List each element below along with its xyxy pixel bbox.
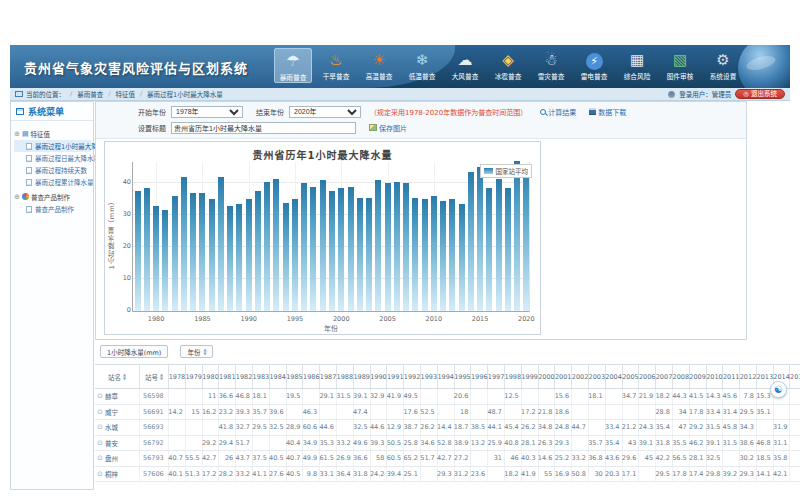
value-cell-1985: 40.5 [287, 467, 304, 482]
sidebar-group-characteristic-values[interactable]: ⊕ ▤ 特征值 [14, 127, 91, 140]
value-cell-2015 [790, 467, 800, 482]
value-cell-2002 [572, 436, 589, 451]
nav-item-lightning-survey[interactable]: ⚡雷电普查 [575, 48, 613, 83]
header-year-1981: 1981 [219, 365, 236, 388]
sort-arrows-icon[interactable]: ▲▼ [123, 373, 126, 380]
breadcrumb-item-1[interactable]: 暴雨普查 [77, 89, 103, 99]
chart-plot: 0102030401980198519901995200020052010201… [132, 162, 530, 312]
nav-item-rainstorm-survey[interactable]: ☂暴雨普查 [274, 48, 312, 83]
header-station-name[interactable]: 站名▲▼ [95, 365, 140, 388]
value-cell-1999: 40.3 [522, 451, 539, 466]
table-row-57606[interactable]: ⊙桐梓5760640.151.317.228.233.241.127.640.5… [95, 467, 800, 483]
header-station-id[interactable]: 站号▲▼ [140, 365, 169, 388]
value-cell-1999: 41.9 [522, 467, 539, 482]
sidebar-item-duration-days[interactable]: 暴雨过程持续天数 [14, 164, 91, 176]
value-cell-2011: 45.8 [723, 420, 740, 435]
value-cell-1994: 14.4 [438, 420, 455, 435]
table-row-56691[interactable]: ⊙威宁5669114.21516.223.239.335.739.646.347… [95, 405, 800, 421]
table-row-56693[interactable]: ⊙水城5669341.832.729.532.528.960.644.632.5… [95, 420, 800, 436]
value-cell-1992: 49.5 [404, 389, 421, 404]
hail-survey-icon: ◈ [498, 51, 518, 70]
header-year-1983: 1983 [253, 365, 270, 388]
sidebar-group-product-making[interactable]: ⊕ 普查产品制作 [14, 190, 91, 203]
value-cell-1999: 28.1 [522, 436, 539, 451]
sidebar-item-1h-max-precip[interactable]: 暴雨过程1小时最大降水量 [14, 140, 91, 152]
download-data-button[interactable]: 数据下载 [589, 107, 626, 117]
value-cell-2014: 35.8 [774, 451, 791, 466]
value-cell-1987 [320, 405, 337, 420]
value-cell-2008: 17.8 [673, 467, 690, 482]
row-select-radio[interactable]: ⊙ [97, 439, 103, 447]
table-row-56793[interactable]: ⊙盘州5679340.755.542.72643.737.540.540.749… [95, 451, 800, 467]
value-cell-1995: 38.9 [455, 436, 472, 451]
value-cell-1986: 9.8 [303, 467, 320, 482]
user-icon [668, 91, 675, 98]
nav-item-map-review[interactable]: ▧图件审核 [661, 48, 699, 83]
x-tick-label: 2015 [472, 315, 489, 323]
nav-item-hail-survey[interactable]: ◈冰雹普查 [489, 48, 527, 83]
sidebar-item-accumulated-precip[interactable]: 暴雨过程累计降水量 [14, 176, 91, 188]
sidebar-item-product-making[interactable]: 普查产品制作 [14, 203, 91, 215]
header-year-1994: 1994 [438, 365, 455, 388]
logout-button[interactable]: ◎退出系统 [735, 89, 785, 99]
bar-2008 [412, 198, 418, 311]
x-tick-label: 1990 [240, 315, 257, 323]
nav-item-wind-survey[interactable]: ☁大风普查 [446, 48, 484, 83]
table-row-56598[interactable]: ⊙赫章565981136.646.818.119.529.131.539.132… [95, 389, 800, 405]
header-year-1995: 1995 [455, 365, 472, 388]
value-cell-1996: 38.5 [471, 420, 488, 435]
value-filter-chip[interactable]: 1小时降水量(mm) [100, 345, 168, 358]
header-year-2015: 2015 [790, 365, 800, 388]
chart-title-input[interactable] [171, 122, 356, 134]
start-year-select[interactable]: 1978年 [171, 106, 243, 118]
nav-item-drought-survey[interactable]: ♨干旱普查 [317, 48, 355, 83]
value-cell-2004 [606, 389, 623, 404]
table-area: 1小时降水量(mm) 年份▲▼ 站名▲▼站号▲▼1978197919801981… [95, 341, 800, 490]
value-cell-2015 [790, 436, 800, 451]
value-cell-1988: 33.2 [337, 436, 354, 451]
nav-item-high-temp-survey[interactable]: ☀高温普查 [360, 48, 398, 83]
value-cell-1998: 12.5 [505, 389, 522, 404]
sort-arrows-icon[interactable]: ▲▼ [160, 373, 163, 380]
value-cell-2006: 24.3 [639, 420, 656, 435]
value-cell-1992: 65.2 [404, 451, 421, 466]
value-cell-2006: 39.1 [639, 436, 656, 451]
calculate-button[interactable]: 计算结果 [540, 107, 576, 117]
row-select-radio[interactable]: ⊙ [97, 392, 103, 400]
table-row-56792[interactable]: ⊙普安5679229.229.451.740.434.935.333.249.6… [95, 436, 800, 452]
bar-2009 [422, 199, 428, 311]
breadcrumb-item-2[interactable]: 特征值 [115, 89, 135, 99]
value-cell-1994: 42.7 [438, 451, 455, 466]
floating-weather-widget-icon[interactable]: ☯ [770, 381, 787, 398]
data-table: 站名▲▼站号▲▼19781979198019811982198319841985… [95, 364, 800, 482]
value-cell-2002 [572, 405, 589, 420]
year-sort-chip[interactable]: 年份▲▼ [180, 345, 213, 358]
nav-item-comprehensive-risk[interactable]: ▦综合风险 [618, 48, 656, 83]
row-select-radio[interactable]: ⊙ [97, 454, 103, 462]
value-cell-2005: 29.6 [623, 451, 640, 466]
header-year-2008: 2008 [673, 365, 690, 388]
page-icon [26, 206, 32, 213]
value-cell-1994 [438, 389, 455, 404]
sort-arrows-icon[interactable]: ▲▼ [203, 348, 206, 355]
low-temp-survey-icon: ❄ [412, 51, 432, 70]
row-select-radio[interactable]: ⊙ [97, 408, 103, 416]
save-image-button[interactable]: 保存图片 [369, 123, 407, 133]
nav-item-system-settings[interactable]: ⚙系统设置 [704, 48, 742, 83]
row-select-radio[interactable]: ⊙ [97, 470, 103, 478]
header-year-2000: 2000 [539, 365, 556, 388]
expand-icon[interactable]: ⊕ [14, 130, 20, 138]
value-cell-2007: 18.2 [656, 389, 673, 404]
value-cell-2004 [606, 405, 623, 420]
nav-item-low-temp-survey[interactable]: ❄低温普查 [403, 48, 441, 83]
value-cell-1981: 41.8 [219, 420, 236, 435]
value-cell-2013: 46.8 [757, 436, 774, 451]
nav-item-snow-survey[interactable]: ☃雪灾普查 [532, 48, 570, 83]
value-cell-1984: 39.6 [270, 405, 287, 420]
row-select-radio[interactable]: ⊙ [97, 423, 103, 431]
page-icon [26, 179, 32, 186]
breadcrumb-item-3[interactable]: 暴雨过程1小时最大降水量 [147, 89, 223, 99]
sidebar-item-daily-max-precip[interactable]: 暴雨过程日最大降水量 [14, 152, 91, 164]
expand-icon[interactable]: ⊕ [14, 193, 20, 201]
end-year-select[interactable]: 2020年 [289, 106, 361, 118]
